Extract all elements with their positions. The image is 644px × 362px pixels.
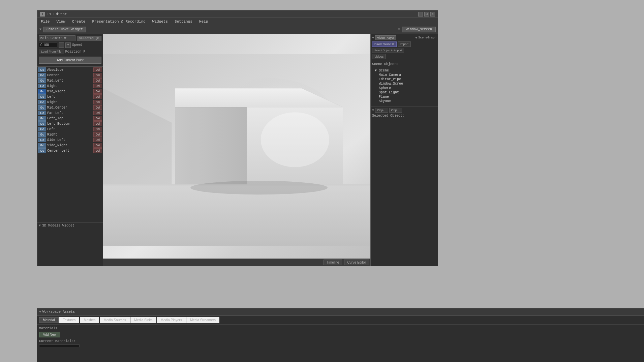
add-current-point-button[interactable]: Add Current Point: [39, 57, 101, 64]
del-button-12[interactable]: Del: [93, 132, 102, 137]
obj-tab1[interactable]: Obje...: [375, 108, 388, 113]
del-button-10[interactable]: Del: [93, 121, 102, 126]
scene-item-editor-pipe[interactable]: Editor_Pipe: [373, 77, 435, 82]
add-new-button[interactable]: Add New: [39, 332, 60, 337]
tab-media-sinks[interactable]: Media Sinks: [130, 317, 156, 323]
del-button-2[interactable]: Del: [93, 78, 102, 83]
tab-media-sources[interactable]: Media Sources: [100, 317, 130, 323]
videos-button[interactable]: Videos: [372, 54, 386, 59]
minus-button[interactable]: -: [59, 42, 64, 48]
menu-widgets[interactable]: Widgets: [151, 19, 169, 24]
del-button-8[interactable]: Del: [93, 111, 102, 115]
obj-filter-icon: ▼: [372, 109, 374, 112]
window-screen-tab[interactable]: Window_Screen: [402, 27, 436, 32]
go-button-7[interactable]: Go: [38, 105, 46, 110]
scene-item-main-camera[interactable]: Main Camera: [373, 73, 435, 77]
curve-editor-tab[interactable]: Curve Editor: [344, 260, 369, 265]
minimize-button[interactable]: _: [418, 12, 423, 17]
del-button-1[interactable]: Del: [93, 73, 102, 78]
right-filter-icon2: ▼: [415, 36, 417, 40]
select-object-button[interactable]: Select Object to Import: [372, 48, 404, 53]
del-button-5[interactable]: Del: [93, 94, 102, 99]
menu-settings[interactable]: Settings: [173, 19, 194, 24]
tab-material[interactable]: Material: [39, 317, 59, 323]
cam-row-5: GoLeftDel: [38, 94, 102, 99]
del-button-15[interactable]: Del: [93, 148, 102, 153]
load-from-file-button[interactable]: Load From File: [39, 49, 64, 54]
cam-row-4: GoMid_RightDel: [38, 89, 102, 94]
filter-icon2: ▼: [398, 28, 400, 31]
go-button-15[interactable]: Go: [38, 148, 46, 153]
cam-row-8: GoFar_LeftDel: [38, 111, 102, 115]
del-button-4[interactable]: Del: [93, 89, 102, 94]
timeline-tab[interactable]: Timeline: [324, 260, 342, 265]
menu-create[interactable]: Create: [71, 19, 87, 24]
del-button-11[interactable]: Del: [93, 127, 102, 131]
obj-tab2[interactable]: Obje...: [389, 108, 402, 113]
menu-file[interactable]: File: [39, 19, 51, 24]
close-button[interactable]: ✕: [430, 12, 435, 17]
del-button-14[interactable]: Del: [93, 143, 102, 148]
del-button-13[interactable]: Del: [93, 138, 102, 142]
go-button-6[interactable]: Go: [38, 100, 46, 104]
go-button-5[interactable]: Go: [38, 94, 46, 99]
menu-presentation[interactable]: Presentation & Recording: [91, 19, 147, 24]
selected-badge: Selected (C: [77, 36, 101, 41]
scene-item-plane[interactable]: Plane: [373, 95, 435, 99]
camera-move-widget-button[interactable]: Camera Move Widget: [43, 27, 86, 32]
right-toolbar: ▼ Video Player ▼ SceneGraph: [372, 35, 436, 40]
cam-row-1: GoCenterDel: [38, 73, 102, 78]
tab-media-players[interactable]: Media Players: [157, 317, 186, 323]
cam-name-5: Left: [47, 95, 92, 99]
scene-item-window-screen[interactable]: Window_Scree: [373, 82, 435, 86]
models-filter-icon: ▼: [39, 224, 41, 228]
scene-item-skybox[interactable]: SkyBox: [373, 99, 435, 103]
go-button-1[interactable]: Go: [38, 73, 46, 78]
go-button-2[interactable]: Go: [38, 78, 46, 83]
del-button-6[interactable]: Del: [93, 100, 102, 104]
viewport[interactable]: Timeline Curve Editor: [103, 34, 370, 266]
go-button-14[interactable]: Go: [38, 143, 46, 148]
scene-objects-section: Scene Objects ▼ Scene Main Camera Editor…: [371, 61, 438, 107]
del-button-3[interactable]: Del: [93, 84, 102, 88]
camera-dropdown[interactable]: Main Camera: [39, 35, 75, 41]
go-button-11[interactable]: Go: [38, 127, 46, 131]
tab-textures[interactable]: Textures: [59, 317, 80, 323]
go-button-12[interactable]: Go: [38, 132, 46, 137]
menu-help[interactable]: Help: [198, 19, 209, 24]
cam-name-9: Left_Top: [47, 117, 92, 120]
go-button-9[interactable]: Go: [38, 116, 46, 121]
del-button-0[interactable]: Del: [93, 67, 102, 72]
speed-input[interactable]: [39, 42, 57, 48]
maximize-button[interactable]: □: [424, 12, 429, 17]
obj-props-header: ▼ Obje... Obje...: [372, 108, 436, 113]
left-panel: Main Camera Selected (C - + Speed Load F…: [37, 34, 103, 266]
go-button-4[interactable]: Go: [38, 89, 46, 94]
filter-icon: ▼: [39, 28, 41, 31]
scene-item-sphere[interactable]: Sphere: [373, 86, 435, 90]
object-properties-section: ▼ Obje... Obje... Selected Object:: [371, 107, 438, 119]
del-button-7[interactable]: Del: [93, 105, 102, 110]
del-button-9[interactable]: Del: [93, 116, 102, 121]
material-bar: [39, 344, 80, 347]
menu-view[interactable]: View: [55, 19, 66, 24]
tab-meshes[interactable]: Meshes: [80, 317, 99, 323]
direct-select-button[interactable]: Direct Selec: [372, 41, 397, 47]
cam-name-13: Side_Left: [47, 138, 92, 142]
go-button-0[interactable]: Go: [38, 67, 46, 72]
tab-media-streamers[interactable]: Media Streamers: [186, 317, 219, 323]
scene-item-spot-light[interactable]: Spot Light: [373, 90, 435, 95]
cam-row-9: GoLeft_TopDel: [38, 116, 102, 121]
scene-root[interactable]: ▼ Scene: [373, 68, 435, 73]
video-player-button[interactable]: Video Player: [375, 35, 396, 40]
cam-row-2: GoMid_LeftDel: [38, 78, 102, 83]
go-button-10[interactable]: Go: [38, 121, 46, 126]
go-button-3[interactable]: Go: [38, 84, 46, 88]
import-button[interactable]: Import: [398, 41, 411, 47]
cam-row-7: GoMid_CenterDel: [38, 105, 102, 110]
cam-row-15: GoCenter_LeftDel: [38, 148, 102, 153]
go-button-8[interactable]: Go: [38, 111, 46, 115]
plus-button[interactable]: +: [65, 42, 71, 48]
current-materials-label: Current Materials:: [39, 339, 642, 343]
go-button-13[interactable]: Go: [38, 138, 46, 142]
